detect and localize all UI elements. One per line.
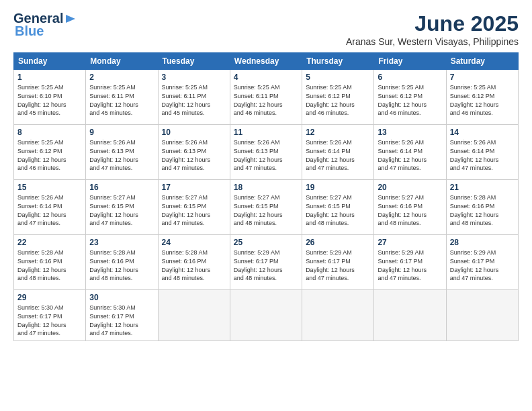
day-cell: 1 Sunrise: 5:25 AM Sunset: 6:10 PM Dayli… <box>14 70 86 125</box>
day-info: Sunrise: 5:27 AM Sunset: 6:15 PM Dayligh… <box>89 193 154 227</box>
day-info: Sunrise: 5:27 AM Sunset: 6:15 PM Dayligh… <box>162 193 226 227</box>
day-info: Sunrise: 5:29 AM Sunset: 6:17 PM Dayligh… <box>378 248 442 282</box>
day-cell: 19 Sunrise: 5:27 AM Sunset: 6:15 PM Dayl… <box>302 180 374 235</box>
calendar-week-row: 29 Sunrise: 5:30 AM Sunset: 6:17 PM Dayl… <box>14 290 519 340</box>
day-info: Sunrise: 5:26 AM Sunset: 6:14 PM Dayligh… <box>17 193 82 227</box>
day-number: 11 <box>234 128 298 137</box>
day-number: 4 <box>234 73 298 82</box>
day-cell: 4 Sunrise: 5:25 AM Sunset: 6:11 PM Dayli… <box>230 70 302 125</box>
day-number: 26 <box>306 238 370 247</box>
calendar-week-row: 15 Sunrise: 5:26 AM Sunset: 6:14 PM Dayl… <box>14 180 519 235</box>
logo-blue: Blue <box>15 24 44 39</box>
col-tuesday: Tuesday <box>158 53 230 70</box>
day-cell: 22 Sunrise: 5:28 AM Sunset: 6:16 PM Dayl… <box>14 235 86 290</box>
day-info: Sunrise: 5:26 AM Sunset: 6:13 PM Dayligh… <box>89 138 154 172</box>
day-cell: 13 Sunrise: 5:26 AM Sunset: 6:14 PM Dayl… <box>374 125 446 180</box>
col-thursday: Thursday <box>302 53 374 70</box>
calendar-week-row: 8 Sunrise: 5:25 AM Sunset: 6:12 PM Dayli… <box>14 125 519 180</box>
day-cell: 16 Sunrise: 5:27 AM Sunset: 6:15 PM Dayl… <box>86 180 158 235</box>
day-cell: 14 Sunrise: 5:26 AM Sunset: 6:14 PM Dayl… <box>446 125 518 180</box>
day-info: Sunrise: 5:27 AM Sunset: 6:16 PM Dayligh… <box>378 193 442 227</box>
day-cell: 3 Sunrise: 5:25 AM Sunset: 6:11 PM Dayli… <box>158 70 230 125</box>
day-number: 3 <box>162 73 226 82</box>
day-number: 25 <box>234 238 298 247</box>
day-info: Sunrise: 5:26 AM Sunset: 6:14 PM Dayligh… <box>306 138 370 172</box>
day-cell: 6 Sunrise: 5:25 AM Sunset: 6:12 PM Dayli… <box>374 70 446 125</box>
day-number: 20 <box>378 183 442 192</box>
day-number: 23 <box>89 238 154 247</box>
day-number: 2 <box>89 73 154 82</box>
day-cell: 17 Sunrise: 5:27 AM Sunset: 6:15 PM Dayl… <box>158 180 230 235</box>
day-info: Sunrise: 5:25 AM Sunset: 6:12 PM Dayligh… <box>450 83 515 117</box>
day-number: 19 <box>306 183 370 192</box>
calendar-week-row: 22 Sunrise: 5:28 AM Sunset: 6:16 PM Dayl… <box>14 235 519 290</box>
day-cell: 20 Sunrise: 5:27 AM Sunset: 6:16 PM Dayl… <box>374 180 446 235</box>
logo-arrow-icon <box>64 13 77 25</box>
empty-cell <box>158 290 230 340</box>
day-info: Sunrise: 5:26 AM Sunset: 6:13 PM Dayligh… <box>234 138 298 172</box>
day-number: 6 <box>378 73 442 82</box>
day-info: Sunrise: 5:29 AM Sunset: 6:17 PM Dayligh… <box>306 248 370 282</box>
day-info: Sunrise: 5:25 AM Sunset: 6:11 PM Dayligh… <box>89 83 154 117</box>
day-info: Sunrise: 5:28 AM Sunset: 6:16 PM Dayligh… <box>17 248 82 282</box>
day-cell: 11 Sunrise: 5:26 AM Sunset: 6:13 PM Dayl… <box>230 125 302 180</box>
location: Aranas Sur, Western Visayas, Philippines <box>346 36 519 47</box>
day-number: 9 <box>89 128 154 137</box>
col-monday: Monday <box>86 53 158 70</box>
empty-cell <box>374 290 446 340</box>
day-cell: 7 Sunrise: 5:25 AM Sunset: 6:12 PM Dayli… <box>446 70 518 125</box>
logo: General Blue <box>13 11 77 39</box>
day-cell: 5 Sunrise: 5:25 AM Sunset: 6:12 PM Dayli… <box>302 70 374 125</box>
day-number: 22 <box>17 238 82 247</box>
day-cell: 21 Sunrise: 5:28 AM Sunset: 6:16 PM Dayl… <box>446 180 518 235</box>
day-cell: 15 Sunrise: 5:26 AM Sunset: 6:14 PM Dayl… <box>14 180 86 235</box>
day-number: 24 <box>162 238 226 247</box>
day-number: 7 <box>450 73 515 82</box>
day-info: Sunrise: 5:27 AM Sunset: 6:15 PM Dayligh… <box>306 193 370 227</box>
svg-marker-0 <box>66 15 75 23</box>
day-number: 14 <box>450 128 515 137</box>
day-cell: 8 Sunrise: 5:25 AM Sunset: 6:12 PM Dayli… <box>14 125 86 180</box>
page: General Blue June 2025 Aranas Sur, Weste… <box>0 0 532 411</box>
col-saturday: Saturday <box>446 53 518 70</box>
day-info: Sunrise: 5:25 AM Sunset: 6:10 PM Dayligh… <box>17 83 82 117</box>
day-cell: 12 Sunrise: 5:26 AM Sunset: 6:14 PM Dayl… <box>302 125 374 180</box>
month-title: June 2025 <box>346 11 519 36</box>
day-cell: 26 Sunrise: 5:29 AM Sunset: 6:17 PM Dayl… <box>302 235 374 290</box>
day-info: Sunrise: 5:26 AM Sunset: 6:13 PM Dayligh… <box>162 138 226 172</box>
day-number: 12 <box>306 128 370 137</box>
day-number: 30 <box>89 293 154 302</box>
day-info: Sunrise: 5:29 AM Sunset: 6:17 PM Dayligh… <box>450 248 515 282</box>
col-wednesday: Wednesday <box>230 53 302 70</box>
day-info: Sunrise: 5:28 AM Sunset: 6:16 PM Dayligh… <box>162 248 226 282</box>
calendar: Sunday Monday Tuesday Wednesday Thursday… <box>13 52 519 340</box>
day-info: Sunrise: 5:30 AM Sunset: 6:17 PM Dayligh… <box>89 304 154 337</box>
header-right: June 2025 Aranas Sur, Western Visayas, P… <box>346 11 519 47</box>
day-cell: 24 Sunrise: 5:28 AM Sunset: 6:16 PM Dayl… <box>158 235 230 290</box>
day-number: 5 <box>306 73 370 82</box>
day-cell: 27 Sunrise: 5:29 AM Sunset: 6:17 PM Dayl… <box>374 235 446 290</box>
day-info: Sunrise: 5:28 AM Sunset: 6:16 PM Dayligh… <box>89 248 154 282</box>
day-number: 13 <box>378 128 442 137</box>
day-number: 29 <box>17 293 82 302</box>
day-info: Sunrise: 5:25 AM Sunset: 6:12 PM Dayligh… <box>378 83 442 117</box>
col-sunday: Sunday <box>14 53 86 70</box>
day-cell: 10 Sunrise: 5:26 AM Sunset: 6:13 PM Dayl… <box>158 125 230 180</box>
day-info: Sunrise: 5:26 AM Sunset: 6:14 PM Dayligh… <box>378 138 442 172</box>
empty-cell <box>230 290 302 340</box>
day-cell: 9 Sunrise: 5:26 AM Sunset: 6:13 PM Dayli… <box>86 125 158 180</box>
day-cell: 30 Sunrise: 5:30 AM Sunset: 6:17 PM Dayl… <box>86 290 158 340</box>
calendar-header-row: Sunday Monday Tuesday Wednesday Thursday… <box>14 53 519 70</box>
day-number: 21 <box>450 183 515 192</box>
col-friday: Friday <box>374 53 446 70</box>
header: General Blue June 2025 Aranas Sur, Weste… <box>13 11 519 47</box>
day-number: 28 <box>450 238 515 247</box>
day-info: Sunrise: 5:27 AM Sunset: 6:15 PM Dayligh… <box>234 193 298 227</box>
day-number: 17 <box>162 183 226 192</box>
empty-cell <box>302 290 374 340</box>
day-number: 16 <box>89 183 154 192</box>
calendar-week-row: 1 Sunrise: 5:25 AM Sunset: 6:10 PM Dayli… <box>14 70 519 125</box>
day-number: 15 <box>17 183 82 192</box>
empty-cell <box>446 290 518 340</box>
day-info: Sunrise: 5:25 AM Sunset: 6:12 PM Dayligh… <box>17 138 82 172</box>
